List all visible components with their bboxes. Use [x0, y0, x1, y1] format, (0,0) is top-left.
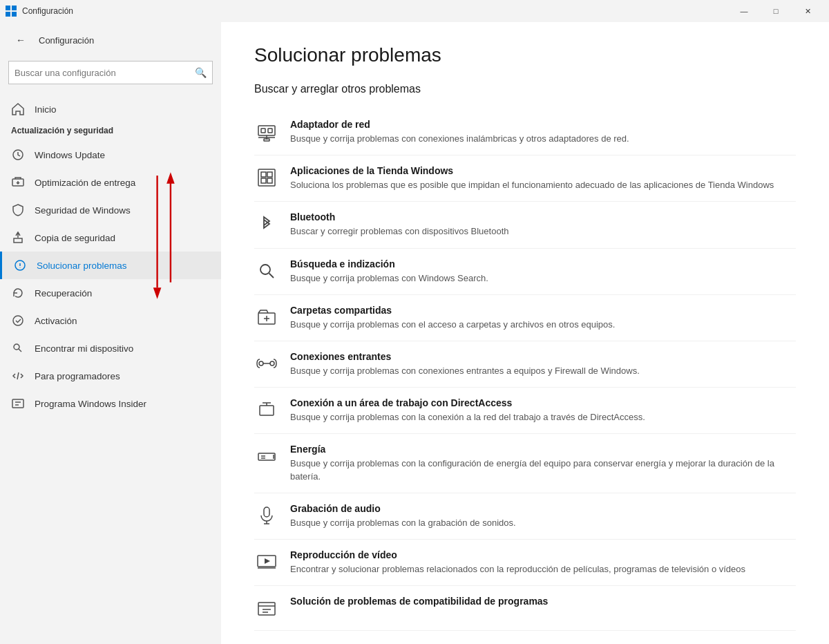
maximize-button[interactable]: □	[760, 0, 792, 22]
problem-item-network-adapter[interactable]: Adaptador de red Busque y corrija proble…	[254, 109, 796, 155]
problem-title-audio: Grabación de audio	[290, 503, 516, 514]
svg-rect-33	[260, 406, 274, 415]
sidebar-item-troubleshoot[interactable]: Solucionar problemas	[0, 252, 221, 279]
problem-desc-store-apps: Soluciona los problemas que es posible q…	[290, 179, 774, 191]
sidebar-item-recovery-label: Recuperación	[35, 288, 92, 299]
directaccess-icon	[254, 397, 279, 422]
problem-title-incoming: Conexiones entrantes	[290, 351, 640, 362]
sidebar-item-find-device[interactable]: Encontrar mi dispositivo	[0, 334, 221, 362]
search-box[interactable]: 🔍	[8, 61, 213, 84]
problem-title-power: Energía	[290, 444, 796, 455]
problem-title-directaccess: Conexión a un área de trabajo con Direct…	[290, 397, 645, 408]
sidebar-item-security[interactable]: Seguridad de Windows	[0, 196, 221, 224]
problem-desc-search: Busque y corrija problemas con Windows S…	[290, 272, 488, 285]
sidebar-item-find-device-label: Encontrar mi dispositivo	[35, 343, 133, 354]
svg-rect-24	[267, 178, 272, 183]
network-adapter-icon	[254, 119, 279, 144]
titlebar: Configuración — □ ✕	[0, 0, 829, 22]
section-title: Buscar y arreglar otros problemas	[254, 83, 796, 95]
sidebar-app-title: Configuración	[39, 35, 94, 46]
backup-icon	[11, 231, 25, 245]
sidebar-item-windows-update[interactable]: Windows Update	[0, 141, 221, 169]
shared-folders-icon	[254, 305, 279, 330]
video-playback-icon	[254, 549, 279, 574]
sidebar-item-insider[interactable]: Programa Windows Insider	[0, 390, 221, 417]
window: ← Configuración 🔍 Inicio Actualización y…	[0, 22, 829, 644]
problem-text-audio: Grabación de audio Busque y corrija prob…	[290, 503, 516, 529]
find-device-icon	[11, 341, 25, 355]
minimize-button[interactable]: —	[728, 0, 760, 22]
problem-item-compat[interactable]: Solución de problemas de compatibilidad …	[254, 586, 796, 631]
problem-item-power[interactable]: Energía Busque y corrija problemas con l…	[254, 434, 796, 493]
incoming-connections-icon	[254, 351, 279, 376]
svg-rect-21	[261, 172, 266, 177]
activation-icon	[11, 314, 25, 328]
problem-item-video[interactable]: Reproducción de vídeo Encontrar y soluci…	[254, 540, 796, 586]
problem-desc-directaccess: Busque y corrija problemas con la conexi…	[290, 411, 645, 424]
svg-rect-39	[264, 507, 269, 517]
sidebar-item-developers-label: Para programadores	[35, 371, 120, 381]
problem-item-directaccess[interactable]: Conexión a un área de trabajo con Direct…	[254, 388, 796, 434]
sidebar-item-delivery-optimization[interactable]: Optimización de entrega	[0, 169, 221, 196]
svg-line-26	[269, 273, 274, 278]
sidebar-item-backup-label: Copia de seguridad	[35, 233, 115, 243]
sidebar-item-home-label: Inicio	[35, 104, 57, 115]
delivery-optimization-icon	[11, 176, 25, 189]
sidebar-item-activation-label: Activación	[35, 316, 77, 326]
windows-update-icon	[11, 148, 25, 162]
compat-icon	[254, 596, 279, 621]
problem-desc-bluetooth: Buscar y corregir problemas con disposit…	[290, 225, 508, 238]
problem-item-bluetooth[interactable]: Bluetooth Buscar y corregir problemas co…	[254, 202, 796, 248]
sidebar-item-backup[interactable]: Copia de seguridad	[0, 224, 221, 252]
titlebar-title: Configuración	[22, 6, 728, 16]
sidebar-item-windows-update-label: Windows Update	[35, 150, 105, 160]
svg-rect-3	[12, 12, 17, 17]
svg-point-7	[13, 316, 23, 325]
search-input[interactable]	[15, 68, 195, 78]
search-indexing-icon	[254, 258, 279, 283]
svg-rect-9	[12, 399, 23, 408]
home-icon	[11, 102, 25, 116]
app-icon	[6, 6, 17, 17]
problem-item-store-apps[interactable]: Aplicaciones de la Tienda Windows Soluci…	[254, 155, 796, 202]
problem-text-shared-folders: Carpetas compartidas Busque y corrija pr…	[290, 305, 615, 331]
problem-text-compat: Solución de problemas de compatibilidad …	[290, 596, 548, 609]
sidebar-item-activation[interactable]: Activación	[0, 307, 221, 334]
problem-desc-network-adapter: Busque y corrija problemas con conexione…	[290, 133, 629, 145]
problem-item-audio[interactable]: Grabación de audio Busque y corrija prob…	[254, 493, 796, 540]
problem-text-power: Energía Busque y corrija problemas con l…	[290, 444, 796, 482]
svg-rect-0	[6, 6, 10, 10]
search-icon[interactable]: 🔍	[195, 67, 207, 78]
problem-item-shared-folders[interactable]: Carpetas compartidas Busque y corrija pr…	[254, 295, 796, 341]
developers-icon	[11, 369, 25, 383]
close-button[interactable]: ✕	[792, 0, 823, 22]
sidebar: ← Configuración 🔍 Inicio Actualización y…	[0, 22, 221, 431]
recovery-icon	[11, 286, 25, 300]
problem-text-search: Búsqueda e indización Busque y corrija p…	[290, 258, 488, 285]
svg-rect-45	[258, 603, 275, 615]
main-content: Solucionar problemas Buscar y arreglar o…	[221, 22, 829, 644]
svg-marker-44	[265, 558, 270, 564]
back-button[interactable]: ←	[11, 30, 30, 50]
problem-desc-shared-folders: Busque y corrija problemas con el acceso…	[290, 319, 615, 331]
problem-text-directaccess: Conexión a un área de trabajo con Direct…	[290, 397, 645, 424]
svg-point-25	[260, 265, 270, 274]
problem-item-search[interactable]: Búsqueda e indización Busque y corrija p…	[254, 249, 796, 295]
problem-text-incoming: Conexiones entrantes Busque y corrija pr…	[290, 351, 640, 377]
problem-text-bluetooth: Bluetooth Buscar y corregir problemas co…	[290, 211, 508, 238]
security-icon	[11, 203, 25, 217]
insider-icon	[11, 397, 25, 410]
problem-item-incoming[interactable]: Conexiones entrantes Busque y corrija pr…	[254, 341, 796, 388]
problem-title-store-apps: Aplicaciones de la Tienda Windows	[290, 165, 774, 176]
sidebar-item-home[interactable]: Inicio	[0, 95, 221, 123]
problem-desc-power: Busque y corrija problemas con la config…	[290, 457, 796, 482]
sidebar-header: ← Configuración	[0, 22, 221, 58]
svg-rect-35	[258, 453, 275, 460]
svg-rect-16	[268, 129, 272, 133]
sidebar-item-delivery-label: Optimización de entrega	[35, 178, 135, 188]
sidebar-item-recovery[interactable]: Recuperación	[0, 279, 221, 307]
sidebar-item-developers[interactable]: Para programadores	[0, 362, 221, 390]
svg-point-31	[270, 361, 274, 366]
sidebar-wrapper: ← Configuración 🔍 Inicio Actualización y…	[0, 22, 221, 644]
problem-title-bluetooth: Bluetooth	[290, 211, 508, 222]
